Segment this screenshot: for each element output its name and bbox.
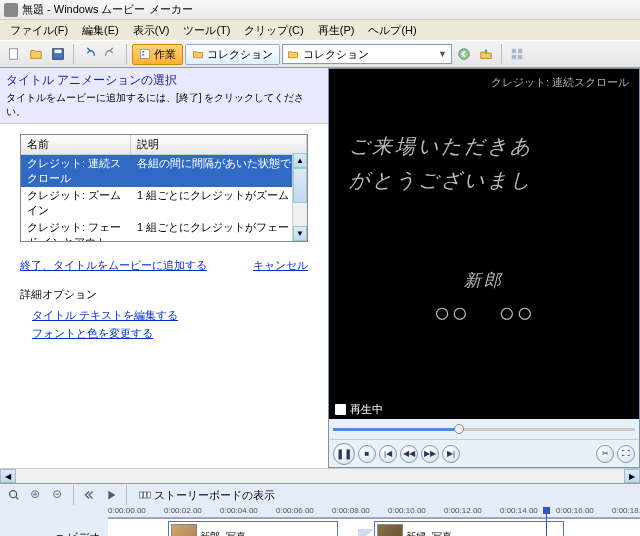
svg-rect-7 bbox=[512, 49, 516, 53]
svg-line-12 bbox=[16, 497, 19, 500]
undo-button[interactable] bbox=[79, 44, 99, 64]
menubar: ファイル(F) 編集(E) 表示(V) ツール(T) クリップ(C) 再生(P)… bbox=[0, 20, 640, 40]
separator bbox=[73, 44, 74, 64]
menu-edit[interactable]: 編集(E) bbox=[76, 21, 125, 40]
next-button[interactable]: ▶| bbox=[442, 445, 460, 463]
ruler-tick: 0:00:10.00 bbox=[388, 506, 426, 515]
ruler-tick: 0:00:12.00 bbox=[444, 506, 482, 515]
col-desc[interactable]: 説明 bbox=[131, 135, 307, 154]
task-subtitle: タイトルをムービーに追加するには、[終了] をクリックしてください。 bbox=[6, 91, 322, 119]
prev-button[interactable]: |◀ bbox=[379, 445, 397, 463]
rewind-button[interactable]: ◀◀ bbox=[400, 445, 418, 463]
tasks-label: 作業 bbox=[154, 47, 176, 62]
redo-button[interactable] bbox=[101, 44, 121, 64]
scroll-down-icon[interactable]: ▼ bbox=[293, 226, 307, 241]
svg-rect-10 bbox=[518, 55, 522, 59]
menu-tools[interactable]: ツール(T) bbox=[177, 21, 236, 40]
options-section: 詳細オプション タイトル テキストを編集する フォントと色を変更する bbox=[20, 287, 308, 344]
task-pane: タイトル アニメーションの選択 タイトルをムービーに追加するには、[終了] をク… bbox=[0, 68, 328, 468]
edit-title-text-link[interactable]: タイトル テキストを編集する bbox=[32, 308, 308, 323]
playback-controls: ❚❚ ■ |◀ ◀◀ ▶▶ ▶| ✂ ⛶ bbox=[329, 439, 639, 467]
scroll-thumb[interactable] bbox=[293, 168, 307, 203]
list-row[interactable]: クレジット: 連続スクロール各組の間に間隔があいた状態で、下から上へスクロ bbox=[21, 155, 307, 187]
list-row[interactable]: クレジット: フェード インとアウト1 組ごとにクレジットがフェード イン、フェ… bbox=[21, 219, 307, 242]
play-status-text: 再生中 bbox=[350, 402, 383, 417]
clip-2[interactable]: 新婦_写真 bbox=[374, 521, 564, 536]
done-link[interactable]: 終了、タイトルをムービーに追加する bbox=[20, 258, 207, 273]
svg-rect-8 bbox=[518, 49, 522, 53]
scroll-up-icon[interactable]: ▲ bbox=[293, 153, 307, 168]
scrub-track[interactable] bbox=[333, 428, 635, 431]
video-track-content[interactable]: 新郎_写真 新婦_写真 bbox=[108, 518, 640, 536]
play-pause-button[interactable]: ❚❚ bbox=[333, 443, 355, 465]
menu-help[interactable]: ヘルプ(H) bbox=[362, 21, 422, 40]
video-track-label: ⊞ ビデオ bbox=[0, 530, 108, 537]
nav-up-button[interactable] bbox=[476, 44, 496, 64]
tasks-button[interactable]: 作業 bbox=[132, 44, 183, 65]
preview-name-label: 新郎 bbox=[329, 269, 639, 292]
svg-rect-9 bbox=[512, 55, 516, 59]
ruler-tick: 0:00:08.00 bbox=[332, 506, 370, 515]
options-title: 詳細オプション bbox=[20, 287, 308, 302]
play-status: 再生中 bbox=[329, 400, 639, 419]
tl-zoom-out-button[interactable] bbox=[48, 485, 68, 505]
change-font-color-link[interactable]: フォントと色を変更する bbox=[32, 326, 308, 341]
fullscreen-button[interactable]: ⛶ bbox=[617, 445, 635, 463]
stop-button[interactable]: ■ bbox=[358, 445, 376, 463]
row-desc: 各組の間に間隔があいた状態で、下から上へスクロ bbox=[131, 156, 307, 186]
svg-point-6 bbox=[459, 49, 470, 60]
tl-play-button[interactable] bbox=[101, 485, 121, 505]
col-name[interactable]: 名前 bbox=[21, 135, 131, 154]
collection-dropdown-value: コレクション bbox=[303, 47, 369, 62]
row-name: クレジット: ズーム イン bbox=[21, 188, 131, 218]
show-storyboard-button[interactable]: ストーリーボードの表示 bbox=[132, 485, 282, 506]
tl-zoom-button[interactable] bbox=[4, 485, 24, 505]
list-row[interactable]: クレジット: ズーム イン1 組ごとにクレジットがズーム インします bbox=[21, 187, 307, 219]
transition-icon[interactable] bbox=[358, 529, 374, 536]
preview-pane: クレジット: 連続スクロール ご来場いただきあ がとうございまし 新郎 ○○ ○… bbox=[328, 68, 640, 468]
new-button[interactable] bbox=[4, 44, 24, 64]
menu-play[interactable]: 再生(P) bbox=[312, 21, 361, 40]
nav-back-button[interactable] bbox=[454, 44, 474, 64]
app-icon bbox=[4, 3, 18, 17]
collection-dropdown[interactable]: コレクション▼ bbox=[282, 44, 452, 64]
list-scrollbar[interactable]: ▲ ▼ bbox=[292, 153, 307, 241]
scrub-bar[interactable] bbox=[329, 419, 639, 439]
forward-button[interactable]: ▶▶ bbox=[421, 445, 439, 463]
menu-file[interactable]: ファイル(F) bbox=[4, 21, 74, 40]
list-body: クレジット: 連続スクロール各組の間に間隔があいた状態で、下から上へスクロクレジ… bbox=[21, 155, 307, 242]
tl-zoom-in-button[interactable] bbox=[26, 485, 46, 505]
open-button[interactable] bbox=[26, 44, 46, 64]
svg-rect-2 bbox=[55, 50, 62, 54]
collections-button[interactable]: コレクション bbox=[185, 44, 280, 65]
clip-1[interactable]: 新郎_写真 bbox=[168, 521, 338, 536]
hscroll-track[interactable] bbox=[16, 469, 624, 483]
split-button[interactable]: ✂ bbox=[596, 445, 614, 463]
task-header: タイトル アニメーションの選択 タイトルをムービーに追加するには、[終了] をク… bbox=[0, 68, 328, 124]
scrub-knob[interactable] bbox=[454, 424, 464, 434]
ruler-tick: 0:00:02.00 bbox=[164, 506, 202, 515]
view-thumb-button[interactable] bbox=[507, 44, 527, 64]
preview-placeholder: ○○ ○○ bbox=[329, 294, 639, 332]
clip-label: 新郎_写真 bbox=[200, 530, 246, 536]
horizontal-scrollbar[interactable]: ◀ ▶ bbox=[0, 468, 640, 484]
svg-rect-3 bbox=[141, 50, 150, 59]
ruler-tick: 0:00:06.00 bbox=[276, 506, 314, 515]
playhead[interactable] bbox=[546, 507, 547, 536]
separator bbox=[126, 485, 127, 505]
tl-rewind-button[interactable] bbox=[79, 485, 99, 505]
save-button[interactable] bbox=[48, 44, 68, 64]
play-status-icon bbox=[335, 404, 346, 415]
menu-clip[interactable]: クリップ(C) bbox=[238, 21, 309, 40]
menu-view[interactable]: 表示(V) bbox=[127, 21, 176, 40]
collections-label: コレクション bbox=[207, 47, 273, 62]
video-track: ⊞ ビデオ 新郎_写真 新婦_写真 bbox=[0, 518, 640, 536]
hscroll-left-icon[interactable]: ◀ bbox=[0, 469, 16, 483]
hscroll-right-icon[interactable]: ▶ bbox=[624, 469, 640, 483]
timeline-ruler[interactable]: 0:00:00.000:00:02.000:00:04.000:00:06.00… bbox=[108, 506, 640, 518]
svg-rect-4 bbox=[142, 51, 144, 53]
animation-list: 名前 説明 クレジット: 連続スクロール各組の間に間隔があいた状態で、下から上へ… bbox=[20, 134, 308, 242]
row-name: クレジット: 連続スクロール bbox=[21, 156, 131, 186]
cancel-link[interactable]: キャンセル bbox=[253, 258, 308, 273]
preview-text: ご来場いただきあ がとうございまし bbox=[349, 129, 639, 197]
